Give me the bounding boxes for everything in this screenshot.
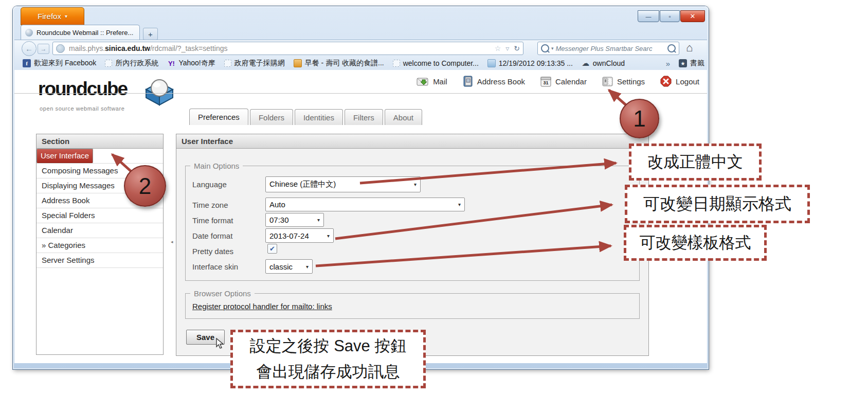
webmail-taskbar: Mail Address Book 31 Calendar Settin xyxy=(360,73,699,90)
search-placeholder: Messenger Plus Smartbar Searc xyxy=(556,45,665,52)
blue-site-icon xyxy=(487,59,496,67)
bookmark-welcome[interactable]: welcome to Computer... xyxy=(393,59,479,67)
home-button[interactable]: ⌂ xyxy=(686,41,693,55)
home-icon: ⌂ xyxy=(686,41,693,54)
bookmark-owncloud[interactable]: ☁ ownCloud xyxy=(582,59,625,67)
minimize-icon: — xyxy=(646,13,652,20)
taskbar-label: Settings xyxy=(617,77,645,86)
url-bar[interactable]: mails.phys.sinica.edu.tw/rdcmail/?_task=… xyxy=(52,42,523,55)
bookmarks-star-icon: ★ xyxy=(679,59,687,67)
minimize-button[interactable]: — xyxy=(638,10,659,22)
callout-save: 設定之後按 Save 按鈕 會出現儲存成功訊息 xyxy=(230,330,426,388)
timezone-label: Time zone xyxy=(192,201,228,209)
time-format-value: 07:30 xyxy=(269,216,289,224)
pretty-dates-label: Pretty dates xyxy=(192,247,233,256)
bookmark-yahoo[interactable]: Y! Yahoo!奇摩 xyxy=(167,59,215,68)
bookmark-facebook[interactable]: f 歡迎來到 Facebook xyxy=(23,59,96,68)
default-page-icon xyxy=(224,60,231,67)
maximize-button[interactable]: ▫ xyxy=(660,10,680,22)
bookmark-recipes[interactable]: 早餐 - 壽司 收藏的食譜... xyxy=(294,59,384,68)
timezone-select[interactable]: Auto ▾ xyxy=(265,198,465,211)
bookmark-admin-system[interactable]: 所內行政系統 xyxy=(105,59,158,68)
taskbar-settings[interactable]: Settings xyxy=(602,76,645,87)
tab-about[interactable]: About xyxy=(385,109,422,125)
chevron-down-icon: ▾ xyxy=(317,217,320,223)
taskbar-logout[interactable]: Logout xyxy=(660,76,699,87)
bookmark-label: 政府電子採購網 xyxy=(234,59,285,68)
timezone-value: Auto xyxy=(269,200,285,209)
default-page-icon xyxy=(105,60,112,67)
mouse-cursor-icon xyxy=(216,338,224,349)
close-icon: ✕ xyxy=(690,12,696,20)
tab-folders[interactable]: Folders xyxy=(250,109,293,125)
bookmarks-menu[interactable]: ★ 書籤 xyxy=(679,59,704,68)
step-1-badge: 1 xyxy=(620,99,659,138)
close-button[interactable]: ✕ xyxy=(680,10,705,22)
callout-skin: 可改變樣板格式 xyxy=(624,225,767,261)
url-dropdown-icon[interactable]: ▿ xyxy=(505,44,509,52)
bookmark-datetime[interactable]: 12/19/2012 09:13:35 ... xyxy=(487,59,573,67)
section-list-header: Section xyxy=(37,134,163,149)
bookmark-label: 所內行政系統 xyxy=(115,59,158,68)
sidebar-item-user-interface[interactable]: User Interface xyxy=(37,149,93,163)
bookmarks-overflow-chevron[interactable]: » xyxy=(666,59,670,68)
search-submit-icon[interactable] xyxy=(667,44,676,52)
bookmark-star-icon[interactable]: ☆ xyxy=(495,44,501,52)
check-icon: ✔ xyxy=(269,245,275,253)
language-value: Chinese (正體中文) xyxy=(269,180,336,189)
sidebar-item-server-settings[interactable]: Server Settings xyxy=(37,253,163,268)
mailto-handler-link[interactable]: Register protocol handler for mailto: li… xyxy=(192,302,332,311)
browser-tab[interactable]: Roundcube Webmail :: Prefere... xyxy=(21,25,140,40)
pretty-dates-checkbox[interactable]: ✔ xyxy=(267,244,277,254)
language-select[interactable]: Chinese (正體中文) ▾ xyxy=(265,176,421,192)
plus-icon: + xyxy=(148,30,153,39)
bookmark-label: welcome to Computer... xyxy=(403,59,479,67)
sidebar-item-calendar[interactable]: Calendar xyxy=(37,223,163,238)
date-format-label: Date format xyxy=(192,231,232,240)
roundcube-cube-icon xyxy=(143,75,176,107)
tab-identities[interactable]: Identities xyxy=(295,109,343,125)
forward-button[interactable]: → xyxy=(38,44,49,54)
taskbar-mail[interactable]: Mail xyxy=(417,77,447,86)
taskbar-address-book[interactable]: Address Book xyxy=(463,76,525,87)
header-divider xyxy=(14,93,707,94)
search-box[interactable]: ▾ Messenger Plus Smartbar Searc xyxy=(537,42,679,55)
sidebar-item-special-folders[interactable]: Special Folders xyxy=(37,208,163,223)
back-button[interactable]: ← xyxy=(22,41,37,56)
main-options-legend: Main Options xyxy=(190,162,243,170)
recipe-site-icon xyxy=(294,59,302,67)
settings-tabbar: Preferences Folders Identities Filters A… xyxy=(189,109,422,125)
time-format-label: Time format xyxy=(192,216,233,225)
bookmark-label: 早餐 - 壽司 收藏的食譜... xyxy=(305,59,384,68)
bookmark-label: 歡迎來到 Facebook xyxy=(34,59,96,68)
roundcube-logo-subtitle: open source webmail software xyxy=(40,105,124,112)
taskbar-label: Mail xyxy=(433,77,447,86)
cloud-icon: ☁ xyxy=(582,59,590,67)
url-domain: sinica.edu.tw xyxy=(105,44,150,52)
interface-skin-select[interactable]: classic ▾ xyxy=(265,259,313,274)
bookmark-procurement[interactable]: 政府電子採購網 xyxy=(224,59,285,68)
sidebar-item-categories[interactable]: » Categories xyxy=(37,238,163,253)
mail-icon xyxy=(417,77,429,86)
tab-preferences[interactable]: Preferences xyxy=(189,109,248,125)
step-number: 1 xyxy=(633,106,645,132)
browser-tab-title: Roundcube Webmail :: Prefere... xyxy=(37,29,133,37)
reload-icon[interactable]: ↻ xyxy=(514,44,520,52)
step-2-badge: 2 xyxy=(124,165,166,207)
search-dropdown-icon[interactable]: ▾ xyxy=(551,46,554,51)
back-icon: ← xyxy=(25,44,33,53)
splitter-handle-icon[interactable]: ◂ xyxy=(171,239,173,244)
step-number: 2 xyxy=(139,173,151,199)
menu-caret-icon: ▾ xyxy=(65,13,67,19)
time-format-select[interactable]: 07:30 ▾ xyxy=(265,213,324,227)
settings-icon xyxy=(602,76,613,87)
new-tab-button[interactable]: + xyxy=(143,28,158,40)
svg-text:31: 31 xyxy=(544,80,549,85)
url-prefix: mails.phys. xyxy=(69,44,105,52)
url-text: mails.phys.sinica.edu.tw/rdcmail/?_task=… xyxy=(69,44,495,52)
taskbar-calendar[interactable]: 31 Calendar xyxy=(540,76,587,87)
tab-filters[interactable]: Filters xyxy=(345,109,383,125)
firefox-menu-button[interactable]: Firefox ▾ xyxy=(21,7,84,25)
date-format-select[interactable]: 2013-07-24 ▾ xyxy=(265,228,334,243)
logout-icon xyxy=(660,76,672,87)
